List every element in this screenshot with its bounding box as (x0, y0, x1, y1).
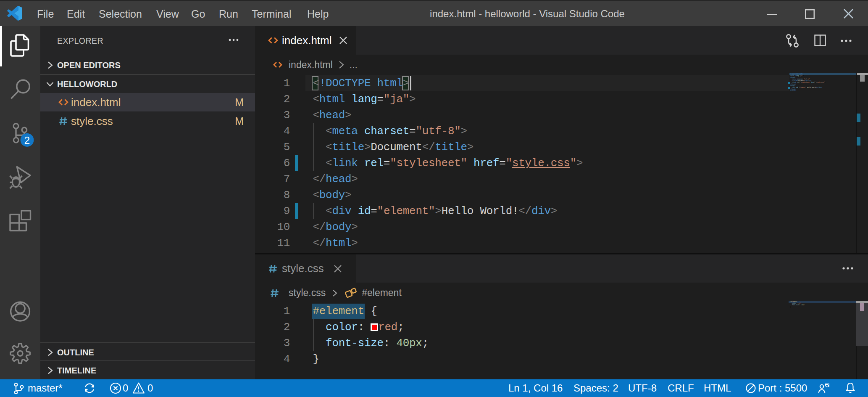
svg-text:2: 2 (24, 135, 30, 146)
